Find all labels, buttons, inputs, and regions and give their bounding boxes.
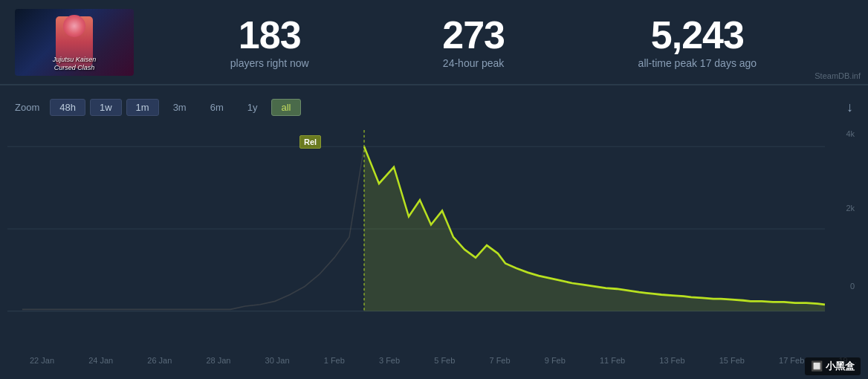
- header-section: Jujutsu Kaisen Cursed Clash 183 players …: [0, 0, 868, 85]
- all-time-peak-label: all-time peak 17 days ago: [638, 57, 757, 69]
- zoom-btn-3m[interactable]: 3m: [163, 99, 196, 116]
- x-label-3feb: 3 Feb: [379, 356, 400, 365]
- steamdb-watermark: SteamDB.inf: [814, 71, 861, 80]
- peak-24h-number: 273: [442, 16, 505, 54]
- zoom-btn-1w[interactable]: 1w: [90, 99, 122, 116]
- x-label-28jan: 28 Jan: [206, 356, 230, 365]
- stats-container: 183 players right now 273 24-hour peak 5…: [134, 16, 853, 69]
- y-label-0: 0: [850, 282, 855, 291]
- x-label-22jan: 22 Jan: [30, 356, 54, 365]
- zoom-btn-all[interactable]: all: [271, 99, 300, 116]
- x-label-11feb: 11 Feb: [600, 356, 625, 365]
- x-axis-labels: 22 Jan 24 Jan 26 Jan 28 Jan 30 Jan 1 Feb…: [0, 352, 868, 365]
- y-label-4k: 4k: [846, 129, 855, 138]
- x-label-1feb: 1 Feb: [324, 356, 345, 365]
- x-label-15feb: 15 Feb: [719, 356, 745, 365]
- corner-watermark: 🔲 小黑盒: [805, 357, 861, 375]
- game-title-overlay: Jujutsu Kaisen Cursed Clash: [19, 56, 130, 72]
- x-label-9feb: 9 Feb: [545, 356, 566, 365]
- x-label-17feb: 17 Feb: [779, 356, 804, 365]
- zoom-label: Zoom: [15, 102, 39, 113]
- zoom-bar: Zoom 48h 1w 1m 3m 6m 1y all ↓: [0, 93, 868, 122]
- peak-24h-block: 273 24-hour peak: [442, 16, 505, 69]
- zoom-btn-1m[interactable]: 1m: [126, 99, 159, 116]
- x-label-30jan: 30 Jan: [265, 356, 290, 365]
- download-button[interactable]: ↓: [846, 100, 853, 115]
- current-players-number: 183: [230, 16, 309, 54]
- x-label-26jan: 26 Jan: [147, 356, 172, 365]
- y-label-2k: 2k: [846, 204, 855, 213]
- x-label-5feb: 5 Feb: [434, 356, 455, 365]
- x-label-13feb: 13 Feb: [659, 356, 684, 365]
- chart-wrapper: 4k 2k 0 Rel: [7, 122, 861, 352]
- x-label-7feb: 7 Feb: [489, 356, 510, 365]
- release-marker-label: Rel: [299, 135, 321, 149]
- chart-svg: [7, 122, 861, 352]
- chart-section: Zoom 48h 1w 1m 3m 6m 1y all ↓ 4k 2k 0: [0, 85, 868, 379]
- peak-24h-label: 24-hour peak: [442, 57, 505, 69]
- zoom-btn-48h[interactable]: 48h: [50, 99, 85, 116]
- zoom-btn-1y[interactable]: 1y: [238, 99, 268, 116]
- game-art: Jujutsu Kaisen Cursed Clash: [15, 9, 134, 76]
- current-players-label: players right now: [230, 57, 309, 69]
- all-time-peak-number: 5,243: [638, 16, 757, 54]
- all-time-peak-block: 5,243 all-time peak 17 days ago: [638, 16, 757, 69]
- game-thumbnail: Jujutsu Kaisen Cursed Clash: [15, 9, 134, 76]
- x-label-24jan: 24 Jan: [88, 356, 113, 365]
- zoom-btn-6m[interactable]: 6m: [201, 99, 233, 116]
- current-players-block: 183 players right now: [230, 16, 309, 69]
